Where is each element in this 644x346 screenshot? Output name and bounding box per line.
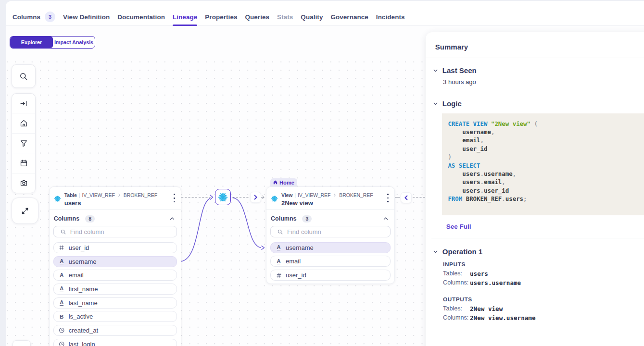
chevron-down-icon [432, 100, 439, 107]
tab-view-definition[interactable]: View Definition [63, 1, 110, 25]
tab-properties[interactable]: Properties [205, 1, 237, 25]
column-row-is_active[interactable]: Bis_active [53, 311, 177, 322]
node-header: Table | IV_VIEW_REF BROKEN_REF users [50, 187, 181, 210]
edge-expand-left-button[interactable] [401, 192, 412, 203]
chevron-down-icon [432, 67, 439, 74]
expand-icon [20, 206, 30, 216]
column-name: email [69, 272, 84, 279]
tab-label: Properties [205, 13, 237, 21]
filter-tool-button[interactable] [12, 133, 35, 153]
explorer-toggle[interactable]: Explorer [10, 37, 53, 48]
node-schema: IV_VIEW_REF [82, 192, 114, 198]
edge-expand-right-button[interactable] [250, 192, 261, 203]
node-database: BROKEN_REF [124, 192, 157, 198]
timestamp-type-icon [59, 341, 65, 346]
impact-analysis-toggle[interactable]: Impact Analysis [53, 37, 95, 48]
column-row-username[interactable]: Ausername [53, 256, 177, 267]
home-icon [19, 119, 28, 128]
tab-incidents[interactable]: Incidents [376, 1, 405, 25]
column-name: username [286, 244, 314, 251]
tab-columns[interactable]: Columns3 [13, 1, 55, 25]
inputs-label: INPUTS [443, 261, 466, 268]
column-name: username [69, 258, 97, 265]
column-row-user_id[interactable]: user_id [53, 242, 177, 253]
column-row-created_at[interactable]: created_at [53, 325, 177, 336]
find-column-placeholder: Find column [70, 228, 104, 235]
column-name: created_at [69, 327, 98, 334]
node-body: Columns 3 Find column AusernameAemailuse… [266, 210, 394, 284]
tab-label: Lineage [173, 13, 197, 21]
table-node-users[interactable]: Table | IV_VIEW_REF BROKEN_REF users Col… [49, 186, 181, 346]
tab-governance[interactable]: Governance [330, 1, 368, 25]
tab-label: Documentation [117, 13, 165, 21]
text-type-icon: A [60, 286, 63, 292]
snowflake-icon [218, 192, 228, 202]
columns-label: Columns [271, 215, 296, 222]
node-type-label: Table [64, 192, 77, 198]
tab-documentation[interactable]: Documentation [117, 1, 165, 25]
column-name: user_id [286, 272, 306, 279]
chevron-right-icon [253, 195, 258, 200]
calendar-tool-button[interactable] [12, 153, 35, 173]
column-name: first_name [69, 285, 98, 293]
code-line: FROM BROKEN_REF.users; [448, 195, 644, 203]
tab-stats[interactable]: Stats [277, 1, 293, 25]
collapse-columns-button[interactable] [169, 215, 176, 222]
inputs-tables-row: Tables: users [443, 270, 488, 277]
node-menu-button[interactable] [170, 191, 178, 205]
node-schema: IV_VIEW_REF [298, 192, 330, 198]
node-menu-button[interactable] [384, 191, 392, 205]
outputs-columns-row: Columns: 2New view.username [443, 314, 535, 321]
search-icon [19, 72, 28, 81]
bottom-left-control[interactable] [13, 340, 31, 346]
tab-bar: Columns3View DefinitionDocumentationLine… [6, 1, 644, 25]
search-icon [60, 229, 66, 235]
find-column-input[interactable]: Find column [270, 226, 391, 237]
column-row-email[interactable]: Aemail [270, 256, 391, 267]
columns-count-badge: 8 [85, 215, 95, 222]
collapse-right-tool-button[interactable] [12, 94, 35, 113]
separator: | [294, 192, 296, 198]
logic-section-header[interactable]: Logic [432, 99, 462, 108]
see-full-link[interactable]: See Full [446, 223, 471, 230]
timestamp-type-icon [59, 327, 65, 334]
chevron-down-icon [432, 248, 439, 255]
collapse-columns-button[interactable] [382, 215, 389, 222]
fullscreen-button[interactable] [12, 198, 38, 224]
number-type-icon [276, 272, 282, 278]
view-node-2new-view[interactable]: View | IV_VIEW_REF BROKEN_REF 2New view … [266, 186, 395, 284]
node-title: 2New view [281, 199, 313, 207]
view-mode-toggle: Explorer Impact Analysis [10, 36, 95, 49]
tab-queries[interactable]: Queries [245, 1, 270, 25]
operation-section-header[interactable]: Operation 1 [432, 247, 482, 256]
home-badge[interactable]: Home [270, 178, 297, 186]
home-tool-button[interactable] [12, 113, 35, 133]
find-column-input[interactable]: Find column [53, 226, 177, 237]
text-type-icon: A [60, 259, 63, 265]
summary-panel: Summary Last Seen 3 hours ago Logic CREA… [426, 32, 644, 346]
node-title: users [64, 199, 81, 207]
column-row-last_login[interactable]: last_login [53, 339, 177, 346]
home-solid-icon [273, 180, 278, 185]
canvas-search-button[interactable] [12, 64, 36, 88]
camera-tool-button[interactable] [12, 173, 35, 193]
snowflake-icon [271, 195, 278, 202]
text-type-icon: A [277, 259, 281, 265]
column-row-username[interactable]: Ausername [270, 242, 391, 253]
filter-icon [19, 139, 28, 148]
tab-label: Columns [13, 13, 40, 21]
snowflake-icon [54, 195, 61, 202]
chevron-up-icon [382, 215, 389, 222]
node-database: BROKEN_REF [339, 192, 373, 198]
column-row-first_name[interactable]: Afirst_name [53, 284, 177, 295]
tab-lineage[interactable]: Lineage [173, 1, 197, 25]
column-row-email[interactable]: Aemail [53, 270, 177, 281]
transform-node[interactable] [215, 189, 231, 205]
node-body: Columns 8 Find column user_idAusernameAe… [50, 210, 181, 346]
column-row-last_name[interactable]: Alast_name [53, 297, 177, 309]
crumb-chevron-icon [117, 193, 122, 198]
code-line: AS SELECT [448, 161, 644, 170]
last-seen-section-header[interactable]: Last Seen [432, 66, 477, 74]
tab-quality[interactable]: Quality [301, 1, 323, 25]
column-row-user_id[interactable]: user_id [270, 270, 391, 281]
